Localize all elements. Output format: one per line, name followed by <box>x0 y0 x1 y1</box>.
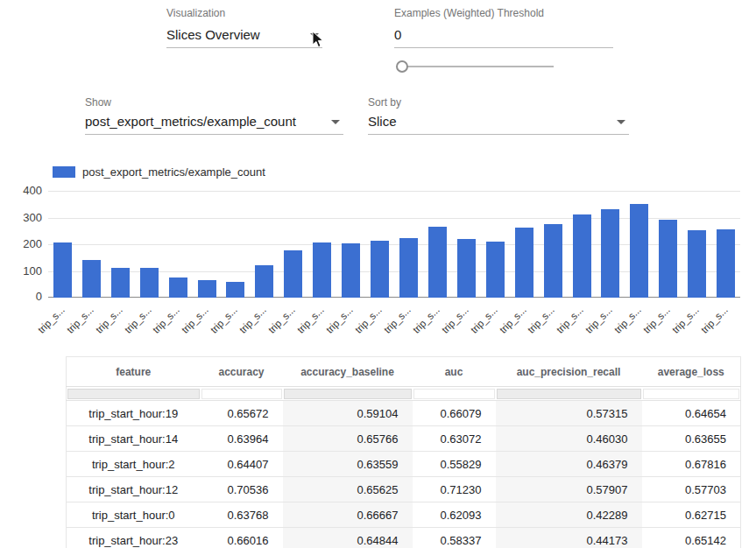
bar-slot <box>250 191 279 298</box>
bar-slot <box>48 191 77 298</box>
bar[interactable] <box>630 204 648 298</box>
filter-row <box>67 387 741 401</box>
metric-cell: 0.63964 <box>201 426 283 452</box>
bar[interactable] <box>284 250 302 298</box>
bar[interactable] <box>169 278 187 298</box>
feature-cell: trip_start_hour:23 <box>67 528 201 548</box>
filter-cell <box>67 389 200 399</box>
filter-cell <box>497 389 641 399</box>
y-axis-label: 200 <box>7 237 42 250</box>
show-select[interactable]: post_export_metrics/example_count <box>85 112 343 135</box>
y-axis-label: 100 <box>7 264 42 278</box>
show-label: Show <box>85 96 111 109</box>
bar[interactable] <box>226 282 244 298</box>
bar[interactable] <box>371 241 389 298</box>
bar-slot <box>193 191 222 298</box>
metric-cell: 0.63559 <box>283 452 413 477</box>
y-axis-label: 400 <box>7 184 42 197</box>
column-header-accuracy[interactable]: accuracy <box>201 357 283 387</box>
metric-cell: 0.62715 <box>642 502 741 528</box>
slicing-metrics-browser: Visualization Slices Overview Examples (… <box>0 0 756 548</box>
bar[interactable] <box>573 214 591 298</box>
bar-slot <box>135 191 164 298</box>
chart-legend: post_export_metrics/example_count <box>53 165 265 179</box>
bar[interactable] <box>313 242 331 298</box>
legend-swatch <box>53 166 75 178</box>
metrics-table-wrap: featureaccuracyaccuracy_baselineaucauc_p… <box>66 356 741 548</box>
column-header-accuracy_baseline[interactable]: accuracy_baseline <box>283 357 413 387</box>
sort-by-label: Sort by <box>368 96 401 109</box>
metric-cell: 0.55829 <box>413 452 496 477</box>
table-row: trip_start_hour:00.637680.666670.620930.… <box>67 502 741 528</box>
bar[interactable] <box>659 220 677 298</box>
metric-cell: 0.66667 <box>283 502 413 528</box>
metric-cell: 0.62093 <box>413 502 496 528</box>
metric-cell: 0.63072 <box>413 426 496 452</box>
metric-cell: 0.57315 <box>496 401 642 426</box>
column-header-average_loss[interactable]: average_loss <box>642 357 741 387</box>
bar[interactable] <box>53 242 72 298</box>
metric-cell: 0.58337 <box>413 528 496 548</box>
metric-cell: 0.71230 <box>413 477 496 502</box>
bar-slot <box>711 191 740 298</box>
filter-cell <box>284 389 412 399</box>
threshold-input[interactable] <box>394 25 613 48</box>
bar[interactable] <box>342 243 360 298</box>
bar[interactable] <box>111 268 130 298</box>
bar[interactable] <box>255 265 273 298</box>
table-row: trip_start_hour:230.660160.648440.583370… <box>67 528 741 548</box>
bar[interactable] <box>486 242 505 298</box>
bar-slot <box>568 191 597 298</box>
metric-cell: 0.59104 <box>283 401 413 426</box>
table-row: trip_start_hour:140.639640.657660.630720… <box>67 426 741 452</box>
visualization-label: Visualization <box>166 7 225 19</box>
bar[interactable] <box>688 230 706 298</box>
bar-slot <box>336 191 365 298</box>
metric-cell: 0.70536 <box>201 477 283 502</box>
threshold-slider-thumb[interactable] <box>396 60 408 73</box>
bar[interactable] <box>457 239 476 298</box>
bar-slot <box>510 191 539 298</box>
filter-cell <box>201 389 282 399</box>
bar[interactable] <box>399 238 418 298</box>
metric-cell: 0.65142 <box>642 528 741 548</box>
threshold-slider-track[interactable] <box>399 66 554 67</box>
feature-cell: trip_start_hour:12 <box>67 477 201 502</box>
table-row: trip_start_hour:190.656720.591040.660790… <box>67 401 741 426</box>
bar[interactable] <box>601 209 619 298</box>
metric-cell: 0.67816 <box>642 452 741 477</box>
bar-slot <box>222 191 251 298</box>
bar[interactable] <box>198 280 216 298</box>
table-row: trip_start_hour:20.644070.635590.558290.… <box>67 452 741 477</box>
metric-cell: 0.46030 <box>496 426 642 452</box>
bar-slot <box>164 191 193 298</box>
sort-by-select[interactable]: Slice <box>368 112 629 135</box>
chart-y-axis: 0100200300400 <box>7 191 42 298</box>
feature-cell: trip_start_hour:0 <box>67 502 201 528</box>
legend-label: post_export_metrics/example_count <box>82 165 265 179</box>
bar[interactable] <box>544 224 562 298</box>
table-header-row: featureaccuracyaccuracy_baselineaucauc_p… <box>67 357 741 387</box>
metric-cell: 0.65672 <box>201 401 283 426</box>
x-axis-label: trip_s... <box>36 305 67 335</box>
column-header-auc_precision_recall[interactable]: auc_precision_recall <box>496 357 642 387</box>
bar-slot <box>77 191 106 298</box>
metric-cell: 0.64844 <box>283 528 413 548</box>
column-header-auc[interactable]: auc <box>413 357 496 387</box>
feature-cell: trip_start_hour:19 <box>67 401 201 426</box>
metric-cell: 0.65766 <box>283 426 413 452</box>
bar-slot <box>597 191 625 298</box>
metric-cell: 0.42289 <box>496 502 642 528</box>
bar[interactable] <box>140 268 159 298</box>
chart-bars <box>48 191 740 298</box>
chevron-down-icon <box>331 120 340 124</box>
visualization-select[interactable]: Slices Overview <box>166 25 322 48</box>
bar[interactable] <box>82 260 101 298</box>
bar[interactable] <box>428 227 447 298</box>
metric-cell: 0.63655 <box>642 426 741 452</box>
column-header-feature[interactable]: feature <box>67 357 201 387</box>
bar[interactable] <box>717 229 735 298</box>
metric-cell: 0.66079 <box>413 401 496 426</box>
bar[interactable] <box>515 228 533 298</box>
x-slot: trip_s... <box>711 300 740 348</box>
